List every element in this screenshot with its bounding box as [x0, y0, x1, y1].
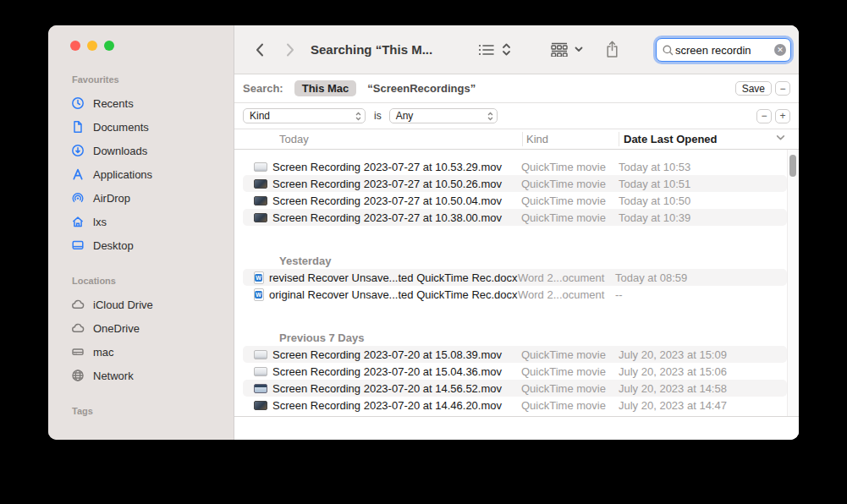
scope-this-mac-button[interactable]: This Mac: [294, 80, 357, 96]
airdrop-icon: [70, 191, 85, 205]
sidebar-item-label: Recents: [93, 97, 134, 110]
column-header-date[interactable]: Date Last Opened: [624, 133, 718, 145]
minimize-window-button[interactable]: [87, 41, 97, 51]
file-row[interactable]: Screen Recording 2023-07-20 at 14.46.20.…: [243, 397, 787, 414]
filter-bar: Kind is Any − +: [234, 103, 799, 129]
sidebar-item-label: lxs: [93, 216, 107, 228]
zoom-window-button[interactable]: [104, 41, 114, 51]
kind-select[interactable]: Kind: [243, 108, 366, 123]
kind-select-value: Kind: [250, 110, 352, 122]
file-kind: QuickTime movie: [521, 194, 619, 207]
file-name: Screen Recording 2023-07-27 at 10.50.04.…: [272, 194, 521, 207]
movie-thumb-light-icon: [254, 367, 267, 376]
clear-circle-icon[interactable]: ✕: [774, 44, 786, 56]
globe-icon: [70, 369, 85, 382]
file-row[interactable]: Screen Recording 2023-07-27 at 10.50.26.…: [243, 175, 787, 192]
movie-thumb-blue-icon: [254, 384, 267, 393]
back-button[interactable]: [248, 38, 272, 62]
sidebar-item-mac[interactable]: mac: [70, 340, 234, 364]
scrollbar-track[interactable]: [787, 150, 799, 416]
group-header: Yesterday: [234, 252, 787, 269]
main-content: Searching “This M... ✕: [234, 25, 799, 440]
sidebar-item-onedrive[interactable]: OneDrive: [70, 316, 234, 340]
sidebar-item-network[interactable]: Network: [70, 364, 234, 387]
group-by-icon: [550, 42, 569, 57]
file-name: Screen Recording 2023-07-20 at 15.08.39.…: [272, 348, 521, 361]
search-input[interactable]: [674, 44, 774, 57]
file-name: Screen Recording 2023-07-27 at 10.38.00.…: [272, 211, 521, 224]
remove-search-button[interactable]: −: [775, 81, 790, 96]
search-scope-bar: Search: This Mac “ScreenRecordings” Save…: [234, 74, 799, 103]
sidebar-item-documents[interactable]: Documents: [70, 115, 234, 139]
applications-a-icon: [70, 167, 85, 181]
sidebar-item-label: Desktop: [93, 239, 134, 252]
chevron-right-icon: [285, 42, 295, 58]
group-by-button[interactable]: [550, 42, 583, 57]
file-row[interactable]: Screen Recording 2023-07-20 at 14.56.52.…: [243, 380, 787, 397]
file-name: Screen Recording 2023-07-20 at 14.56.52.…: [272, 382, 521, 395]
file-name: Screen Recording 2023-07-27 at 10.50.26.…: [272, 178, 521, 190]
up-down-chevrons-icon: [502, 42, 511, 57]
view-switcher-button[interactable]: [478, 42, 511, 57]
file-date: Today at 10:51: [619, 178, 787, 190]
group-header: Previous 7 Days: [234, 329, 787, 346]
download-circle-icon: [70, 144, 85, 157]
value-select-value: Any: [396, 110, 484, 122]
value-select[interactable]: Any: [389, 108, 498, 123]
sidebar-item-label: AirDrop: [93, 192, 130, 205]
sidebar-item-icloud-drive[interactable]: iCloud Drive: [70, 293, 234, 316]
scope-folder-button[interactable]: “ScreenRecordings”: [367, 82, 476, 95]
desktop-icon: [70, 238, 85, 252]
scrollbar-thumb[interactable]: [789, 155, 796, 177]
chevron-down-icon: [575, 47, 583, 52]
file-name: Screen Recording 2023-07-20 at 14.46.20.…: [272, 399, 521, 412]
sidebar-item-home[interactable]: lxs: [70, 210, 234, 233]
stepper-icon: [355, 112, 361, 121]
cloud-icon: [70, 321, 85, 335]
forward-button[interactable]: [278, 38, 302, 62]
sidebar-item-applications[interactable]: Applications: [70, 162, 234, 186]
sidebar-item-desktop[interactable]: Desktop: [70, 233, 234, 257]
movie-thumb-dark-icon: [254, 213, 267, 222]
file-row[interactable]: Screen Recording 2023-07-20 at 15.08.39.…: [243, 346, 787, 363]
remove-filter-button[interactable]: −: [756, 109, 772, 123]
file-kind: Word 2...ocument: [518, 288, 615, 301]
close-window-button[interactable]: [70, 41, 80, 51]
word-doc-icon: [254, 271, 264, 284]
sidebar-section-locations: Locations: [72, 276, 234, 286]
movie-thumb-light-icon: [254, 162, 267, 172]
file-kind: QuickTime movie: [521, 178, 619, 190]
add-filter-button[interactable]: +: [775, 109, 790, 123]
save-button[interactable]: Save: [735, 81, 772, 96]
file-row[interactable]: original Recover Unsave...ted QuickTime …: [243, 286, 787, 303]
magnifier-icon: [663, 45, 674, 56]
sidebar-item-airdrop[interactable]: AirDrop: [70, 186, 234, 210]
file-kind: QuickTime movie: [521, 348, 619, 361]
sidebar-section-favourites: Favourites: [72, 74, 234, 85]
file-date: July 20, 2023 at 14:47: [619, 399, 787, 412]
file-date: Today at 10:50: [619, 194, 787, 207]
file-list-area: Screen Recording 2023-07-27 at 10.53.29.…: [234, 150, 799, 417]
column-divider[interactable]: [619, 132, 619, 146]
sidebar-item-downloads[interactable]: Downloads: [70, 139, 234, 162]
column-header-kind[interactable]: Kind: [526, 133, 548, 145]
sidebar-item-label: iCloud Drive: [93, 299, 153, 311]
traffic-lights: [70, 41, 234, 51]
file-date: July 20, 2023 at 14:58: [619, 382, 787, 395]
file-kind: QuickTime movie: [521, 211, 619, 224]
file-row[interactable]: Screen Recording 2023-07-27 at 10.50.04.…: [243, 192, 787, 209]
column-divider[interactable]: [522, 132, 523, 146]
file-row[interactable]: revised Recover Unsave...ted QuickTime R…: [243, 269, 787, 286]
file-kind: QuickTime movie: [521, 382, 619, 395]
file-kind: QuickTime movie: [521, 399, 619, 412]
share-button[interactable]: [605, 41, 619, 58]
movie-thumb-light-icon: [254, 350, 267, 359]
file-name: original Recover Unsave...ted QuickTime …: [269, 288, 518, 301]
group-header-label: Previous 7 Days: [279, 331, 364, 344]
search-field[interactable]: ✕: [656, 38, 791, 62]
file-kind: QuickTime movie: [521, 365, 619, 378]
file-row[interactable]: Screen Recording 2023-07-27 at 10.38.00.…: [243, 209, 787, 226]
file-row[interactable]: Screen Recording 2023-07-20 at 15.04.36.…: [243, 363, 787, 380]
file-row[interactable]: Screen Recording 2023-07-27 at 10.53.29.…: [243, 158, 787, 175]
sidebar-item-recents[interactable]: Recents: [70, 91, 234, 115]
